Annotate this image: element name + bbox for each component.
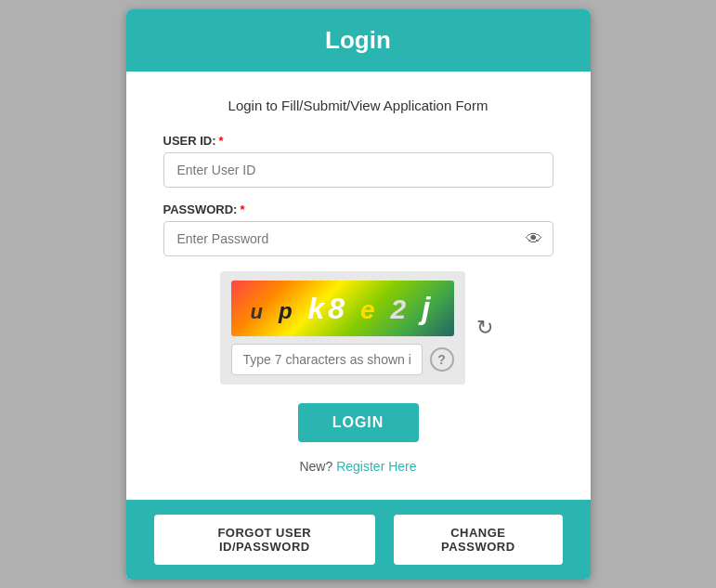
password-input[interactable] bbox=[163, 221, 553, 256]
password-required: * bbox=[240, 203, 244, 216]
password-label: PASSWORD:* bbox=[163, 203, 553, 216]
card-body: Login to Fill/Submit/View Application Fo… bbox=[126, 72, 591, 500]
captcha-input-row: ? bbox=[231, 344, 454, 375]
card-footer: FORGOT USER ID/PASSWORD CHANGE PASSWORD bbox=[126, 500, 591, 580]
register-link[interactable]: Register Here bbox=[336, 459, 416, 474]
userid-label: USER ID:* bbox=[163, 134, 553, 148]
captcha-refresh-button[interactable]: ↻ bbox=[473, 312, 497, 344]
forgot-password-button[interactable]: FORGOT USER ID/PASSWORD bbox=[154, 515, 376, 565]
change-password-button[interactable]: CHANGE PASSWORD bbox=[394, 515, 562, 565]
password-wrapper: 👁 bbox=[163, 221, 553, 256]
captcha-container: u p k8 e 2 j ? ↻ bbox=[163, 271, 553, 385]
login-card: Login Login to Fill/Submit/View Applicat… bbox=[126, 9, 591, 580]
page-title: Login bbox=[143, 26, 574, 55]
card-header: Login bbox=[126, 9, 591, 72]
userid-required: * bbox=[219, 134, 224, 148]
userid-input[interactable] bbox=[163, 152, 553, 188]
captcha-box: u p k8 e 2 j ? bbox=[220, 271, 465, 385]
subtitle: Login to Fill/Submit/View Application Fo… bbox=[163, 98, 553, 113]
show-password-icon[interactable]: 👁 bbox=[526, 229, 542, 248]
captcha-text: u p k8 e 2 j bbox=[251, 290, 435, 326]
captcha-image: u p k8 e 2 j bbox=[231, 281, 454, 336]
login-button[interactable]: LOGIN bbox=[298, 403, 419, 442]
captcha-input[interactable] bbox=[231, 344, 423, 375]
register-text: New? Register Here bbox=[163, 459, 553, 474]
captcha-help-icon[interactable]: ? bbox=[430, 347, 454, 372]
userid-group: USER ID:* bbox=[163, 134, 553, 188]
password-group: PASSWORD:* 👁 bbox=[163, 203, 553, 256]
